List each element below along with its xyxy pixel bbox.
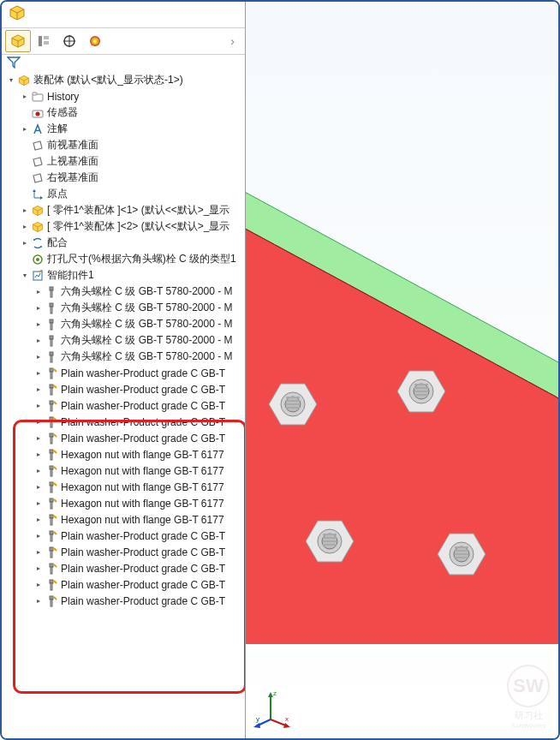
tree-item[interactable]: ▾ 智能扣件1 [3, 267, 245, 283]
expand-toggle[interactable]: ▸ [34, 434, 43, 443]
tree-item[interactable]: ▸ Plain washer-Product grade C GB-T [3, 430, 245, 446]
feature-tree[interactable]: ▾ 装配体 (默认<默认_显示状态-1>) ▸ History 传感器 ▸ 注解… [2, 70, 245, 730]
svg-rect-67 [51, 453, 52, 460]
expand-toggle[interactable]: ▸ [34, 304, 43, 313]
expand-toggle[interactable]: ▸ [34, 418, 43, 427]
svg-rect-113 [323, 534, 337, 535]
svg-rect-58 [51, 404, 52, 411]
expand-toggle[interactable]: ▸ [34, 369, 43, 378]
property-manager-tab[interactable] [31, 30, 57, 52]
expand-toggle[interactable] [21, 190, 29, 199]
nut-icon [45, 513, 58, 527]
expand-toggle[interactable]: ▸ [21, 223, 29, 231]
washer-icon [45, 546, 58, 559]
tree-item-label: 六角头螺栓 C 级 GB-T 5780-2000 - M [61, 317, 233, 331]
model-render [246, 164, 558, 644]
tree-item[interactable]: ▸ Plain washer-Product grade C GB-T [3, 576, 245, 593]
tree-item[interactable]: ▸ 六角头螺栓 C 级 GB-T 5780-2000 - M [3, 316, 245, 332]
expand-toggle[interactable] [21, 174, 29, 182]
expand-toggle[interactable]: ▸ [34, 385, 43, 394]
expand-toggle[interactable] [21, 141, 29, 150]
tree-item[interactable]: ▸ [ 零件1^装配体 ]<1> (默认<<默认>_显示 [3, 202, 245, 218]
expand-toggle[interactable]: ▾ [7, 76, 15, 85]
tree-item-label: Plain washer-Product grade C GB-T [61, 400, 225, 412]
tree-item[interactable]: ▾ 装配体 (默认<默认_显示状态-1>) [3, 72, 245, 88]
tree-item[interactable]: ▸ Plain washer-Product grade C GB-T [3, 528, 245, 544]
tree-item[interactable]: ▸ [ 零件1^装配体 ]<2> (默认<<默认>_显示 [3, 218, 245, 235]
mates-icon [31, 236, 45, 250]
expand-toggle[interactable]: ▸ [34, 532, 43, 540]
tree-item[interactable]: ▸ History [3, 88, 245, 104]
expand-toggle[interactable]: ▾ [21, 272, 29, 280]
tree-item-label: History [47, 91, 79, 103]
tree-item[interactable]: ▸ Plain washer-Product grade C GB-T [3, 544, 245, 560]
expand-toggle[interactable]: ▸ [34, 451, 43, 459]
feature-manager-panel: › ▾ 装配体 (默认<默认_显示状态-1>) ▸ History 传感器 ▸ … [2, 2, 246, 738]
tree-item[interactable]: ▸ 配合 [3, 235, 245, 251]
tree-item-label: 右视基准面 [47, 170, 98, 185]
tree-item[interactable]: 传感器 [3, 104, 245, 121]
tree-item[interactable]: ▸ Plain washer-Product grade C GB-T [3, 593, 245, 609]
tree-item[interactable]: 前视基准面 [3, 137, 245, 153]
tree-item[interactable]: ▸ Hexagon nut with flange GB-T 6177 [3, 495, 245, 511]
tree-item[interactable]: ▸ Hexagon nut with flange GB-T 6177 [3, 479, 245, 495]
svg-rect-121 [455, 550, 468, 552]
svg-rect-45 [50, 319, 53, 323]
expand-toggle[interactable] [21, 109, 29, 117]
expand-toggle[interactable]: ▸ [34, 402, 43, 410]
svg-rect-91 [51, 583, 52, 590]
tree-item-label: Plain washer-Product grade C GB-T [61, 433, 225, 445]
nut-icon [45, 497, 58, 510]
tree-item[interactable]: 右视基准面 [3, 170, 245, 186]
tree-item[interactable]: ▸ 六角头螺栓 C 级 GB-T 5780-2000 - M [3, 283, 245, 300]
dimxpert-manager-tab[interactable] [82, 30, 108, 52]
tree-item[interactable]: ▸ 六角头螺栓 C 级 GB-T 5780-2000 - M [3, 332, 245, 349]
expand-toggle[interactable]: ▸ [34, 581, 43, 589]
expand-toggle[interactable]: ▸ [34, 564, 43, 573]
tree-item[interactable]: ▸ Plain washer-Product grade C GB-T [3, 397, 245, 414]
expand-toggle[interactable]: ▸ [34, 548, 43, 557]
tree-item[interactable]: ▸ Plain washer-Product grade C GB-T [3, 560, 245, 576]
smart-fasteners-icon [31, 269, 45, 283]
tree-item[interactable]: 打孔尺寸(%根据六角头螺)栓 C 级的类型1 [3, 251, 245, 267]
expand-toggle[interactable] [21, 255, 29, 264]
svg-rect-114 [323, 537, 337, 539]
expand-toggle[interactable]: ▸ [34, 353, 43, 361]
expand-toggle[interactable]: ▸ [34, 467, 43, 475]
expand-toggle[interactable]: ▸ [21, 92, 29, 101]
expand-toggle[interactable]: ▸ [34, 499, 43, 508]
tree-item[interactable]: ▸ 六角头螺栓 C 级 GB-T 5780-2000 - M [3, 300, 245, 316]
tree-item[interactable]: ▸ 注解 [3, 121, 245, 137]
tree-item[interactable]: 上视基准面 [3, 153, 245, 170]
tree-item[interactable]: 原点 [3, 186, 245, 202]
expand-toggle[interactable]: ▸ [34, 483, 43, 492]
tree-item-label: 注解 [47, 122, 68, 136]
view-triad[interactable]: z x y [249, 685, 292, 728]
tree-item[interactable]: ▸ Hexagon nut with flange GB-T 6177 [3, 462, 245, 479]
configuration-manager-tab[interactable] [57, 30, 82, 52]
tree-item[interactable]: ▸ Plain washer-Product grade C GB-T [3, 414, 245, 430]
expand-toggle[interactable]: ▸ [34, 597, 43, 606]
tree-item-label: Hexagon nut with flange GB-T 6177 [61, 465, 224, 477]
expand-toggle[interactable]: ▸ [34, 337, 43, 345]
tree-item[interactable]: ▸ 六角头螺栓 C 级 GB-T 5780-2000 - M [3, 349, 245, 365]
expand-toggle[interactable]: ▸ [34, 516, 43, 524]
expand-toggle[interactable]: ▸ [34, 288, 43, 296]
svg-rect-94 [51, 600, 52, 606]
feature-manager-tab[interactable] [5, 30, 31, 52]
tree-item[interactable]: ▸ Plain washer-Product grade C GB-T [3, 381, 245, 397]
graphics-viewport[interactable]: z x y SW 研习社 SolidWorks [246, 2, 558, 738]
svg-marker-15 [8, 57, 20, 68]
expand-toggle[interactable] [21, 158, 29, 166]
tree-item[interactable]: ▸ Hexagon nut with flange GB-T 6177 [3, 511, 245, 528]
tree-item[interactable]: ▸ Plain washer-Product grade C GB-T [3, 365, 245, 381]
expand-panel-icon[interactable]: › [223, 34, 241, 48]
svg-rect-88 [51, 567, 52, 574]
expand-toggle[interactable]: ▸ [21, 206, 29, 215]
expand-toggle[interactable]: ▸ [21, 239, 29, 248]
expand-toggle[interactable]: ▸ [34, 320, 43, 329]
expand-toggle[interactable]: ▸ [21, 125, 29, 134]
part-icon [31, 220, 45, 234]
filter-icon[interactable] [7, 57, 21, 69]
tree-item[interactable]: ▸ Hexagon nut with flange GB-T 6177 [3, 446, 245, 462]
